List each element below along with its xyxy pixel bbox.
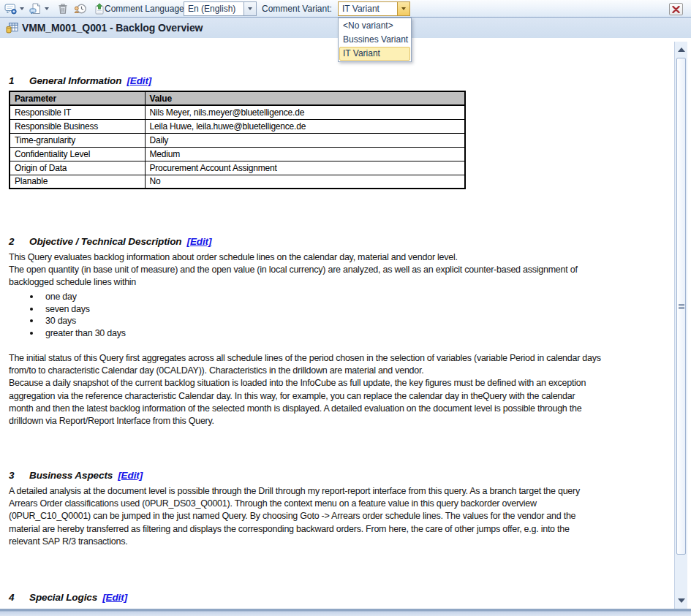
comment-variant-label: Comment Variant: — [262, 4, 332, 14]
table-row: Origin of Data Procurement Account Assig… — [10, 161, 465, 175]
comment-language-dropdown-button[interactable] — [243, 2, 256, 15]
comment-bubble-icon[interactable] — [3, 1, 18, 16]
toolbar: Comment Language En (English) Comment Va… — [0, 0, 691, 18]
column-header-parameter: Parameter — [10, 91, 145, 105]
table-row: Responsible IT Nils Meyer, nils.meyer@bl… — [10, 105, 465, 119]
comment-variant-dropdown-button[interactable] — [397, 2, 409, 15]
section-number: 2 — [9, 236, 29, 247]
table-header-row: Parameter Value — [10, 91, 465, 105]
variant-option-it[interactable]: IT Variant — [339, 47, 410, 61]
section-heading-business-aspects: 3Business Aspects[Edit] — [9, 470, 143, 481]
section-heading-objective: 2Objective / Technical Description[Edit] — [9, 236, 211, 247]
objective-paragraph-2: The initial status of this Query first a… — [9, 352, 601, 427]
variant-option-no-variant[interactable]: <No variant> — [339, 19, 410, 33]
table-row: Time-granularity Daily — [10, 133, 465, 147]
comment-bubble-dropdown-arrow[interactable] — [18, 1, 26, 16]
section-title: Business Aspects — [29, 470, 113, 481]
table-row: Responsible Business Leila Huwe, leila.h… — [10, 119, 465, 133]
value-cell: Medium — [145, 147, 465, 161]
table-row: Planable No — [10, 175, 465, 189]
edit-link-objective[interactable]: [Edit] — [187, 236, 212, 247]
section-number: 1 — [9, 75, 29, 86]
value-cell: No — [145, 175, 465, 189]
copy-comment-icon[interactable] — [28, 1, 42, 16]
param-cell: Responsible Business — [10, 119, 145, 133]
table-row: Confidentiality Level Medium — [10, 147, 465, 161]
list-item: greater than 30 days — [9, 327, 126, 340]
list-item: 30 days — [9, 315, 126, 327]
param-cell: Planable — [10, 175, 145, 189]
comment-language-combobox[interactable]: En (English) — [184, 1, 257, 16]
bullet-icon — [30, 332, 33, 335]
window-bottom-edge — [0, 609, 691, 616]
page-title: VMM_M001_Q001 - Backlog Overview — [22, 22, 203, 34]
list-item: one day — [9, 291, 126, 303]
chevron-up-icon — [678, 47, 685, 52]
comment-variant-dropdown-list: <No variant> Bussines Variant IT Variant — [338, 18, 412, 62]
objective-bullet-list: one day seven days 30 days greater than … — [9, 291, 126, 339]
objective-paragraph-1: This Query evaluates backlog information… — [9, 251, 578, 289]
grip-icon — [679, 304, 684, 309]
bullet-text: greater than 30 days — [45, 328, 126, 338]
param-cell: Responsible IT — [10, 105, 145, 119]
section-title: General Information — [29, 75, 121, 86]
comment-variant-combobox[interactable]: IT Variant — [338, 1, 410, 16]
bullet-icon — [30, 295, 33, 298]
close-icon — [672, 6, 680, 13]
edit-link-special-logics[interactable]: [Edit] — [102, 592, 127, 603]
list-item: seven days — [9, 303, 126, 316]
scroll-up-button[interactable] — [675, 43, 688, 56]
scrollbar-thumb[interactable] — [676, 58, 686, 555]
comment-variant-value[interactable]: IT Variant — [339, 2, 397, 15]
edit-link-business-aspects[interactable]: [Edit] — [118, 470, 143, 481]
section-title: Special Logics — [29, 592, 97, 603]
param-cell: Confidentiality Level — [10, 147, 145, 161]
close-button[interactable] — [669, 3, 683, 15]
comment-language-label: Comment Language — [105, 4, 184, 14]
section-title: Objective / Technical Description — [29, 236, 182, 247]
general-information-table: Parameter Value Responsible IT Nils Meye… — [9, 91, 466, 189]
bullet-icon — [30, 308, 33, 311]
copy-comment-dropdown-arrow[interactable] — [42, 1, 50, 16]
history-clock-icon[interactable] — [73, 1, 88, 16]
bullet-text: 30 days — [45, 316, 76, 326]
variant-option-business[interactable]: Bussines Variant — [339, 33, 410, 47]
bullet-text: one day — [45, 292, 77, 302]
param-cell: Origin of Data — [10, 161, 145, 175]
comment-language-value[interactable]: En (English) — [184, 2, 243, 15]
section-heading-general-information: 1General Information[Edit] — [9, 75, 151, 86]
bullet-text: seven days — [45, 304, 90, 314]
value-cell: Procurement Account Assignment — [145, 161, 465, 175]
query-table-icon — [6, 22, 18, 34]
vertical-scrollbar[interactable] — [674, 42, 687, 609]
value-cell: Leila Huwe, leila.huwe@bluetelligence.de — [145, 119, 465, 133]
param-cell: Time-granularity — [10, 133, 145, 147]
bullet-icon — [30, 319, 33, 322]
value-cell: Nils Meyer, nils.meyer@bluetelligence.de — [145, 105, 465, 119]
chevron-down-icon — [678, 598, 685, 603]
edit-link-general-information[interactable]: [Edit] — [127, 75, 151, 86]
section-number: 3 — [9, 470, 29, 481]
trash-icon[interactable] — [56, 1, 70, 16]
section-number: 4 — [9, 592, 29, 603]
column-header-value: Value — [145, 91, 465, 105]
section-heading-special-logics: 4Special Logics[Edit] — [9, 592, 127, 603]
value-cell: Daily — [145, 133, 465, 147]
scroll-down-button[interactable] — [675, 594, 688, 607]
business-aspects-paragraph: A detailed analysis at the document leve… — [9, 485, 580, 548]
document-content: 1General Information[Edit] Parameter Val… — [0, 38, 691, 609]
